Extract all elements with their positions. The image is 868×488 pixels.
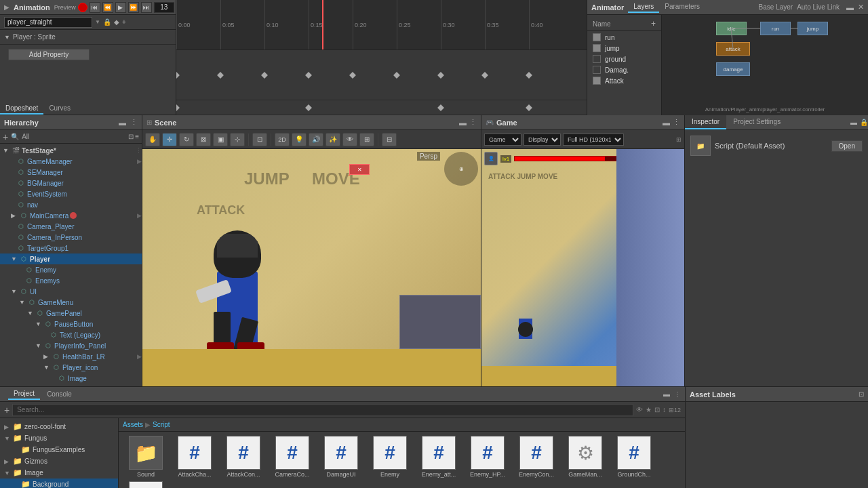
maincamera-expand2[interactable]: ▶ xyxy=(137,212,142,219)
keyframe-2[interactable] xyxy=(261,72,268,79)
game-minimize[interactable]: ▬ xyxy=(663,119,670,127)
scene-audio-btn[interactable]: 🔊 xyxy=(309,133,323,146)
file-item-gameman[interactable]: ⚙ GameMan... xyxy=(562,436,608,479)
scene-fx-btn[interactable]: ✨ xyxy=(326,133,340,146)
breadcrumb-script[interactable]: Script xyxy=(153,421,170,428)
tree-item-targetgroup1[interactable]: ⬡ TargetGroup1 xyxy=(0,243,142,253)
tree-item-text-legacy[interactable]: ⬡ Text (Legacy) xyxy=(0,329,142,340)
tree-item-gamemenu[interactable]: ▼ ⬡ GameMenu xyxy=(0,297,142,308)
scene-tool-hand[interactable]: ✋ xyxy=(145,133,160,146)
tree-item-player-icon[interactable]: ▼ ⬡ Player_icon xyxy=(0,362,142,373)
state-ground[interactable]: ground xyxy=(587,54,661,64)
scene-tool-rotate[interactable]: ↻ xyxy=(179,133,194,146)
arrow-pausebutton[interactable]: ▼ xyxy=(35,321,43,327)
sidebar-item-gizmos[interactable]: ▶ 📁 Gizmos xyxy=(0,455,118,467)
file-item-cameraco[interactable]: # CameraCo... xyxy=(269,436,315,479)
keyframe-3[interactable] xyxy=(305,72,312,79)
project-eye-icon[interactable]: 👁 xyxy=(636,406,643,413)
inspector-tab[interactable]: Inspector xyxy=(685,115,726,129)
anim-end-btn[interactable]: ⏭ xyxy=(141,2,152,13)
file-item-damageui[interactable]: # DamageUI xyxy=(318,436,364,479)
arrow-ui[interactable]: ▼ xyxy=(11,288,19,295)
teststage-menu[interactable]: ⋮ xyxy=(136,147,142,154)
tree-item-player[interactable]: ▼ ⬡ Player xyxy=(0,253,142,264)
state-damage[interactable]: Damag. xyxy=(587,64,661,75)
open-button[interactable]: Open xyxy=(831,140,863,152)
file-item-movepoint[interactable]: # MovePoint... xyxy=(123,481,169,488)
anim-play-btn[interactable]: ▶ xyxy=(115,2,126,13)
keyframe-6[interactable] xyxy=(437,72,444,79)
tree-item-gamepanel[interactable]: ▼ ⬡ GamePanel xyxy=(0,308,142,319)
keyframe-1[interactable] xyxy=(217,72,224,79)
scene-tool-rect[interactable]: ▣ xyxy=(213,133,228,146)
anim-node-jump[interactable]: jump xyxy=(797,22,828,35)
scene-minimize[interactable]: ▬ xyxy=(459,119,467,127)
tree-item-enemys[interactable]: ⬡ Enemys xyxy=(0,275,142,286)
keyframe-4[interactable] xyxy=(349,72,356,79)
gamemanager-expand[interactable]: ▶ xyxy=(137,158,142,165)
project-search-input[interactable] xyxy=(12,404,633,416)
tree-item-ui[interactable]: ▼ ⬡ UI xyxy=(0,286,142,297)
add-property-button[interactable]: Add Property xyxy=(8,49,90,60)
scene-tool-transform[interactable]: ⊹ xyxy=(230,133,245,146)
anim-key-icon[interactable]: ◆ xyxy=(114,18,119,26)
scene-light-btn[interactable]: 💡 xyxy=(292,133,307,146)
project-sort-icon[interactable]: ↕ xyxy=(663,406,666,413)
animator-add-param[interactable]: + xyxy=(651,19,656,28)
arrow-healthbar[interactable]: ▶ xyxy=(43,353,52,360)
file-item-sound[interactable]: 📁 Sound xyxy=(123,436,169,479)
keyframe2-3[interactable] xyxy=(305,104,312,111)
hierarchy-add-btn[interactable]: + xyxy=(3,131,8,142)
project-filter-icon[interactable]: ⊡ xyxy=(654,406,660,413)
tree-item-camera-player[interactable]: ⬡ Camera_Player xyxy=(0,221,142,232)
state-jump[interactable]: jump xyxy=(587,43,661,54)
animator-close[interactable]: ✕ xyxy=(858,3,864,12)
file-item-enemycon[interactable]: # EnemyCon... xyxy=(513,436,559,479)
project-menu[interactable]: ⋮ xyxy=(674,390,681,398)
keyframe2-8[interactable] xyxy=(526,104,532,111)
sidebar-item-fungusexamples[interactable]: 📁 FungusExamples xyxy=(0,444,118,455)
anim-node-run[interactable]: run xyxy=(760,22,791,35)
keyframe2-6[interactable] xyxy=(437,104,444,111)
scene-grid-btn[interactable]: ⊟ xyxy=(382,133,397,146)
tree-item-bgmanager[interactable]: ⬡ BGManager xyxy=(0,178,142,188)
project-add-btn[interactable]: + xyxy=(4,405,9,415)
tree-item-teststage[interactable]: ▼ 🎬 TestStage* ⋮ xyxy=(0,145,142,156)
hierarchy-sort-icon[interactable]: ⊡ xyxy=(128,133,134,140)
state-attack[interactable]: Attack xyxy=(587,75,661,86)
file-item-enemyatt[interactable]: # Enemy_att... xyxy=(416,436,462,479)
scene-pivot-btn[interactable]: ⊡ xyxy=(252,133,267,146)
scene-menu[interactable]: ⋮ xyxy=(469,118,477,127)
animator-layers-tab[interactable]: Layers xyxy=(628,1,659,13)
tree-item-healthbar[interactable]: ▶ ⬡ HealthBar_LR ▶ xyxy=(0,351,142,362)
tree-item-playerinfo-panel[interactable]: ▼ ⬡ PlayerInfo_Panel xyxy=(0,340,142,351)
animator-minimize[interactable]: ▬ xyxy=(846,3,854,12)
asset-labels-minimize[interactable]: ⊡ xyxy=(859,390,864,398)
project-minimize[interactable]: ▬ xyxy=(663,390,670,398)
clip-name-input[interactable]: player_straight xyxy=(4,17,92,28)
sidebar-item-zerocool[interactable]: ▶ 📁 zero-cool-font xyxy=(0,421,118,432)
file-item-enemy[interactable]: # Enemy xyxy=(367,436,413,479)
healthbar-expand2[interactable]: ▶ xyxy=(137,353,142,360)
game-display-select[interactable]: Game xyxy=(484,134,521,146)
inspector-minimize[interactable]: ▬ xyxy=(850,119,857,126)
arrow-player[interactable]: ▼ xyxy=(11,256,19,262)
tree-item-enemy[interactable]: ⬡ Enemy xyxy=(0,264,142,275)
arrow-maincamera[interactable]: ▶ xyxy=(11,212,19,219)
console-tab[interactable]: Console xyxy=(41,389,77,399)
transform-handle[interactable]: ✕ xyxy=(349,164,370,175)
project-settings-tab[interactable]: Project Settings xyxy=(726,115,787,129)
arrow-teststage[interactable]: ▼ xyxy=(3,147,11,154)
anim-next-btn[interactable]: ⏩ xyxy=(128,2,139,13)
dropdown-arrow-clip[interactable]: ▼ xyxy=(95,19,100,25)
anim-start-btn[interactable]: ⏮ xyxy=(90,2,100,13)
project-star-icon[interactable]: ★ xyxy=(646,406,652,413)
tree-item-eventsystem[interactable]: ⬡ EventSystem xyxy=(0,188,142,199)
hierarchy-menu[interactable]: ⋮ xyxy=(130,118,138,127)
keyframe-8[interactable] xyxy=(526,72,532,79)
scene-hidden-btn[interactable]: 👁 xyxy=(342,133,357,146)
hierarchy-layout-icon[interactable]: ≡ xyxy=(135,133,139,140)
scene-tool-move[interactable]: ✛ xyxy=(162,133,177,146)
scene-2d-btn[interactable]: 2D xyxy=(275,133,290,146)
project-tab[interactable]: Project xyxy=(8,388,40,400)
